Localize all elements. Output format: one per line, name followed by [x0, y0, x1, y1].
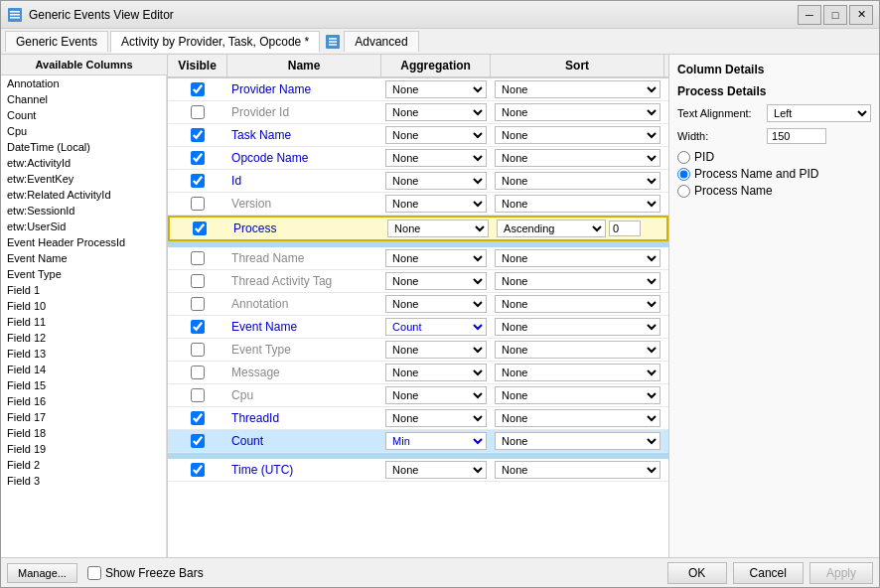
list-item[interactable]: Event Type	[1, 266, 166, 282]
list-item[interactable]: Field 19	[1, 441, 166, 457]
visible-checkbox[interactable]	[191, 274, 205, 288]
column-details-title: Column Details	[677, 63, 871, 76]
sort-select[interactable]: NoneAscendingDescending	[495, 272, 660, 290]
visible-checkbox[interactable]	[191, 388, 205, 402]
visible-checkbox[interactable]	[191, 197, 205, 211]
cell-visible	[168, 149, 227, 167]
agg-select[interactable]: NoneCountMin	[385, 409, 487, 427]
list-item[interactable]: Field 2	[1, 457, 166, 473]
agg-select[interactable]: NoneCountMin	[385, 103, 487, 121]
sort-select[interactable]: NoneAscendingDescending	[495, 80, 660, 98]
visible-checkbox[interactable]	[191, 151, 205, 165]
sort-number-input[interactable]	[609, 220, 641, 236]
agg-select[interactable]: NoneCountMin	[385, 172, 487, 190]
list-item[interactable]: DateTime (Local)	[1, 139, 166, 155]
agg-select[interactable]: NoneCountMin	[385, 461, 487, 479]
list-item[interactable]: etw:ActivityId	[1, 155, 166, 171]
close-button[interactable]: ✕	[849, 5, 873, 25]
pid-options: PID Process Name and PID Process Name	[677, 150, 871, 198]
visible-checkbox[interactable]	[191, 82, 205, 96]
sort-select[interactable]: NoneAscendingDescending	[497, 220, 606, 237]
list-item[interactable]: Channel	[1, 91, 166, 107]
cell-sort: NoneAscendingDescending	[491, 193, 664, 215]
agg-select[interactable]: NoneCountMin	[385, 249, 487, 267]
sort-select[interactable]: NoneAscendingDescending	[495, 103, 660, 121]
agg-select[interactable]: NoneCountMin	[385, 364, 487, 381]
pid-radio[interactable]	[677, 151, 690, 164]
visible-checkbox[interactable]	[191, 320, 205, 334]
sort-select[interactable]: NoneAscendingDescending	[495, 126, 660, 144]
sort-select[interactable]: NoneAscendingDescending	[495, 249, 660, 267]
agg-select[interactable]: NoneCountMin	[385, 126, 487, 144]
agg-select[interactable]: NoneCountMin	[385, 341, 487, 359]
freeze-bars-checkbox[interactable]	[87, 566, 101, 580]
visible-checkbox[interactable]	[191, 434, 205, 448]
sort-select[interactable]: NoneAscendingDescending	[495, 172, 660, 190]
list-item[interactable]: Cpu	[1, 123, 166, 139]
agg-select[interactable]: NoneCountMin	[385, 295, 487, 313]
list-item[interactable]: Field 15	[1, 377, 166, 393]
agg-select[interactable]: NoneCountMin	[385, 195, 487, 213]
process-name-pid-radio[interactable]	[677, 168, 690, 181]
visible-checkbox[interactable]	[191, 297, 205, 311]
width-input[interactable]	[767, 128, 826, 144]
visible-checkbox[interactable]	[191, 105, 205, 119]
agg-select[interactable]: NoneCountMin	[385, 272, 487, 290]
sort-select[interactable]: NoneAscendingDescending	[495, 318, 660, 336]
sort-select[interactable]: NoneAscendingDescending	[495, 195, 660, 213]
list-item[interactable]: Field 11	[1, 314, 166, 330]
tab-activity-by-provider[interactable]: Activity by Provider, Task, Opcode *	[110, 31, 320, 53]
sort-select[interactable]: NoneAscendingDescending	[495, 364, 660, 381]
list-item[interactable]: Event Name	[1, 250, 166, 266]
ok-button[interactable]: OK	[667, 562, 727, 584]
list-item[interactable]: Field 16	[1, 393, 166, 409]
maximize-button[interactable]: □	[823, 5, 847, 25]
apply-button[interactable]: Apply	[809, 562, 873, 584]
tab-advanced[interactable]: Advanced	[344, 31, 418, 52]
sort-select[interactable]: NoneAscendingDescending	[495, 341, 660, 359]
list-item[interactable]: etw:EventKey	[1, 171, 166, 187]
visible-checkbox[interactable]	[193, 221, 207, 235]
list-item[interactable]: etw:Related ActivityId	[1, 187, 166, 203]
process-name-radio[interactable]	[677, 185, 690, 198]
agg-select[interactable]: NoneCountMin	[385, 149, 487, 167]
agg-select[interactable]: NoneCountMinMaxSumAverage	[385, 432, 487, 450]
cancel-button[interactable]: Cancel	[733, 562, 804, 584]
list-item[interactable]: Field 14	[1, 362, 166, 377]
list-item[interactable]: etw:UserSid	[1, 219, 166, 234]
sort-select[interactable]: NoneAscendingDescending	[495, 432, 660, 450]
agg-select[interactable]: NoneCountMin	[385, 318, 487, 336]
sort-select[interactable]: NoneAscendingDescending	[495, 386, 660, 404]
sort-select[interactable]: NoneAscendingDescending	[495, 295, 660, 313]
sort-select[interactable]: NoneAscendingDescending	[495, 409, 660, 427]
visible-checkbox[interactable]	[191, 251, 205, 265]
sort-select[interactable]: NoneAscendingDescending	[495, 461, 660, 479]
list-item[interactable]: Field 10	[1, 298, 166, 314]
agg-select[interactable]: NoneCountMin	[387, 220, 489, 237]
visible-checkbox[interactable]	[191, 343, 205, 357]
manage-button[interactable]: Manage...	[7, 563, 77, 583]
agg-select[interactable]: NoneCountMin	[385, 80, 487, 98]
list-item[interactable]: Field 1	[1, 282, 166, 298]
list-item[interactable]: Field 17	[1, 409, 166, 425]
list-item[interactable]: Field 13	[1, 346, 166, 362]
minimize-button[interactable]: ─	[798, 5, 821, 25]
visible-checkbox[interactable]	[191, 128, 205, 142]
visible-checkbox[interactable]	[191, 463, 205, 477]
list-item[interactable]: Field 3	[1, 473, 166, 489]
list-item[interactable]: Count	[1, 107, 166, 123]
list-item[interactable]: Event Header ProcessId	[1, 234, 166, 250]
tab-generic-events[interactable]: Generic Events	[5, 31, 108, 52]
sort-select[interactable]: NoneAscendingDescending	[495, 149, 660, 167]
list-item[interactable]: Annotation	[1, 75, 166, 91]
list-item[interactable]: Field 18	[1, 425, 166, 441]
table-row-process: Process NoneCountMin NoneAscendingDescen…	[168, 216, 668, 241]
list-item[interactable]: etw:SessionId	[1, 203, 166, 219]
visible-checkbox[interactable]	[191, 174, 205, 188]
list-item[interactable]: Field 12	[1, 330, 166, 346]
visible-checkbox[interactable]	[191, 366, 205, 379]
text-alignment-select[interactable]: Left Center Right	[767, 104, 871, 122]
table-row: Event Name NoneCountMin NoneAscendingDes…	[168, 316, 668, 339]
agg-select[interactable]: NoneCountMin	[385, 386, 487, 404]
visible-checkbox[interactable]	[191, 411, 205, 425]
